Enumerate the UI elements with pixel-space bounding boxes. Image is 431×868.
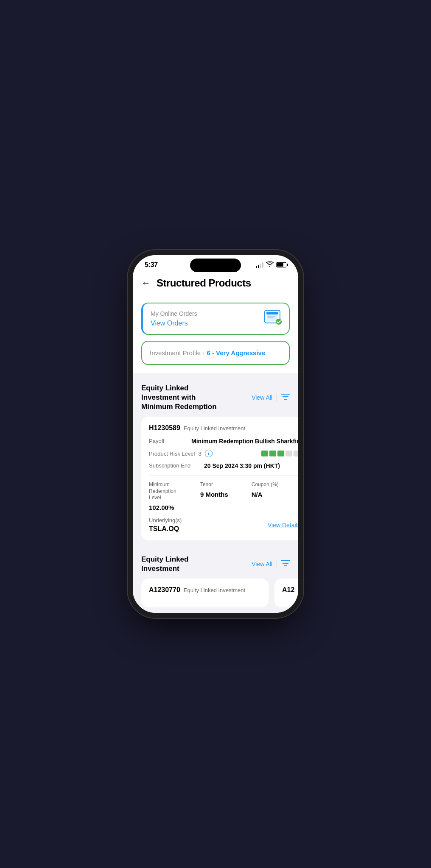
product-card-1[interactable]: H1230589 Equity Linked Investment Payoff…	[141, 417, 298, 540]
ip-label: Investment Profile :	[150, 349, 204, 356]
orders-card-label: My Online Orders	[151, 310, 281, 317]
product1-subscription-value: 20 Sep 2024 3:30 pm (HKT)	[204, 462, 280, 469]
risk-bar-5	[294, 451, 298, 456]
product1-id: H1230589	[149, 424, 180, 432]
product-cards-container: H1230589 Equity Linked Investment Payoff…	[133, 417, 298, 547]
risk-bar-2	[269, 451, 276, 456]
product1-min-redemption-label: MinimumRedemptionLevel	[149, 481, 198, 501]
product1-subscription-label: Subscription End	[149, 462, 204, 469]
product2p-header: A12	[282, 586, 294, 594]
signal-bar-3	[260, 264, 261, 268]
investment-profile-card: Investment Profile : 6 - Very Aggressive	[141, 341, 290, 365]
product1-underlying-info: Underlying(s) TSLA.OQ	[149, 517, 182, 533]
svg-rect-2	[266, 312, 278, 314]
header: ← Structured Products	[133, 272, 298, 296]
product1-payoff-value: Minimum Redemption Bullish Sharkfin	[191, 438, 298, 445]
product1-underlying-label: Underlying(s)	[149, 517, 182, 523]
product2p-id: A12	[282, 586, 294, 594]
battery-icon	[276, 262, 286, 267]
back-button[interactable]: ←	[141, 278, 151, 289]
status-time: 5:37	[145, 261, 158, 269]
wifi-icon	[266, 262, 274, 269]
product1-tenor-value: 9 Months	[200, 491, 249, 498]
section2-product-cards: A1230770 Equity Linked Investment A12	[133, 579, 298, 613]
product1-risk-level: 3	[198, 451, 201, 457]
section-equity-linked: Equity Linked Investment View All	[133, 547, 298, 613]
section2-filter-icon[interactable]	[281, 560, 290, 568]
product1-payoff-row: Payoff Minimum Redemption Bullish Sharkf…	[149, 438, 298, 445]
signal-bar-4	[262, 262, 263, 268]
signal-bar-2	[258, 265, 259, 268]
product1-header: H1230589 Equity Linked Investment	[149, 424, 298, 432]
section2-header: Equity Linked Investment View All	[133, 547, 298, 579]
product1-risk-row: Product Risk Level 3 i	[149, 450, 298, 457]
product1-tenor-label: Tenor	[200, 481, 249, 488]
phone-screen: 5:37	[133, 255, 298, 613]
signal-bars	[256, 262, 263, 268]
orders-icon	[264, 310, 282, 328]
product1-subscription-row: Subscription End 20 Sep 2024 3:30 pm (HK…	[149, 462, 298, 469]
product1-view-details[interactable]: View Details	[268, 522, 298, 529]
ip-value: 6 - Very Aggressive	[207, 349, 265, 356]
product1-divider	[149, 475, 298, 476]
phone-frame: 5:37	[133, 255, 298, 613]
product1-min-redemption-col: MinimumRedemptionLevel 102.00%	[149, 481, 198, 511]
product1-type: Equity Linked Investment	[184, 425, 245, 431]
risk-bar-3	[277, 451, 284, 456]
product1-coupon-label: Coupon (%)	[252, 481, 298, 488]
risk-bar-1	[261, 451, 268, 456]
section1-divider	[277, 393, 277, 402]
risk-bar-4	[285, 451, 292, 456]
product1-coupon-value: N/A	[252, 491, 298, 498]
product2-id: A1230770	[149, 586, 180, 594]
page-title: Structured Products	[157, 277, 251, 289]
notch	[190, 259, 241, 272]
product-card-2-partial[interactable]: A12	[274, 579, 298, 607]
view-orders-link[interactable]: View Orders	[151, 320, 188, 327]
svg-rect-3	[267, 316, 276, 317]
product2-header: A1230770 Equity Linked Investment	[149, 586, 261, 594]
product1-coupon-col: Coupon (%) N/A	[252, 481, 298, 511]
svg-rect-4	[267, 317, 274, 318]
product1-min-redemption-value: 102.00%	[149, 504, 198, 511]
battery-fill	[277, 263, 283, 267]
section1-actions: View All	[252, 393, 290, 402]
product1-underlying-row: Underlying(s) TSLA.OQ View Details	[149, 517, 298, 533]
section2-view-all[interactable]: View All	[252, 561, 272, 568]
status-icons	[256, 262, 286, 269]
section2-title: Equity Linked Investment	[141, 555, 226, 573]
product1-risk-label: Product Risk Level	[149, 451, 195, 457]
product2-type: Equity Linked Investment	[184, 587, 245, 593]
section2-actions: View All	[252, 560, 290, 568]
section1-title: Equity Linked Investment with Minimum Re…	[141, 384, 226, 412]
product1-payoff-label: Payoff	[149, 438, 191, 445]
cards-section: My Online Orders View Orders	[133, 296, 298, 373]
content: My Online Orders View Orders	[133, 296, 298, 613]
signal-bar-1	[256, 266, 257, 268]
section2-divider	[277, 560, 277, 568]
product1-info-icon[interactable]: i	[205, 450, 213, 457]
product1-risk-bars	[261, 451, 298, 456]
section1-header: Equity Linked Investment with Minimum Re…	[133, 376, 298, 417]
product1-metrics-row: MinimumRedemptionLevel 102.00% Tenor 9 M…	[149, 481, 298, 511]
filter-icon[interactable]	[281, 393, 290, 402]
product1-underlying-value: TSLA.OQ	[149, 525, 182, 533]
section-equity-minimum-redemption: Equity Linked Investment with Minimum Re…	[133, 376, 298, 547]
status-bar: 5:37	[133, 255, 298, 272]
section1-view-all[interactable]: View All	[252, 394, 272, 401]
product-card-2[interactable]: A1230770 Equity Linked Investment	[141, 579, 269, 607]
product1-tenor-col: Tenor 9 Months	[200, 481, 249, 511]
orders-card[interactable]: My Online Orders View Orders	[141, 303, 290, 335]
